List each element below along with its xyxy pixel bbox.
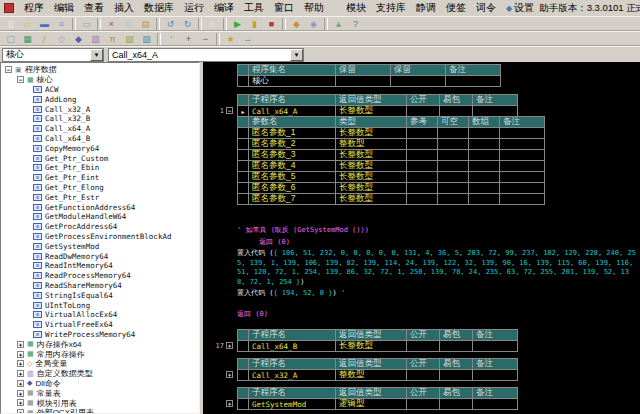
chevron-down-icon[interactable]: ▼ [290, 49, 303, 61]
table-cell[interactable] [439, 398, 473, 410]
sub-selector[interactable]: Call_x64_A ▼ [108, 48, 304, 62]
table-cell[interactable]: 匿名参数_7 [248, 193, 336, 205]
tree-sub-item[interactable]: ≡ReadShareMemory64 [3, 281, 199, 291]
code-editor[interactable]: 程序集名保留保留备注核心子程序名返回值类型公开易包备注1−▸Call_x64_A… [203, 62, 640, 414]
expand-toggle[interactable]: + [17, 370, 24, 377]
open-icon[interactable]: ▱ [19, 17, 36, 31]
table-cell[interactable]: 长整数型 [335, 193, 407, 205]
compile-icon[interactable]: ◆ [288, 17, 305, 31]
print-icon[interactable]: ▭ [78, 17, 95, 31]
tree-sub-item[interactable]: ≡UIntToLong [3, 300, 199, 310]
tree-item[interactable]: +▦模块引用表 [3, 398, 199, 408]
table-cell[interactable] [439, 369, 473, 381]
code-line[interactable]: 返回 (0) [203, 237, 640, 249]
table-cell[interactable]: 整数型 [335, 369, 407, 381]
code-text[interactable]: ' 如果真 (取反 (GetSystemMod ())) [237, 225, 640, 237]
comment-icon[interactable]: ' [163, 32, 180, 46]
tree-item[interactable]: +▥自定义数据类型 [3, 369, 199, 379]
tree-item[interactable]: +▦常用内存操作 [3, 349, 199, 359]
copy-icon[interactable]: ▣ [120, 17, 137, 31]
table-cell[interactable] [335, 75, 391, 87]
tree-sub-item[interactable]: ≡Get_Ptr_Ebin [3, 163, 199, 173]
expand-toggle[interactable]: + [17, 390, 24, 397]
code-text[interactable]: 返回 (0) [237, 309, 640, 321]
table-cell[interactable] [472, 369, 518, 381]
paste-icon[interactable]: ▤ [137, 17, 154, 31]
insert-resource-icon[interactable]: ▧ [121, 32, 138, 46]
menu-program[interactable]: 程序 [19, 0, 49, 16]
tree-sub-item[interactable]: ≡ReadDwMemory64 [3, 251, 199, 261]
table-row[interactable]: 核心 [203, 76, 640, 87]
expand-all-icon[interactable]: + [180, 32, 197, 46]
table-row[interactable]: 17+Call_x64_B长整数型 [203, 341, 640, 352]
goto-icon[interactable]: → [239, 32, 256, 46]
table-cell[interactable] [472, 340, 518, 352]
fold-toggle[interactable]: − [226, 107, 233, 114]
expand-toggle[interactable]: + [17, 399, 24, 406]
collapse-toggle[interactable]: − [17, 76, 24, 83]
tree-sub-item[interactable]: ≡VirtualAllocEx64 [3, 310, 199, 320]
code-line[interactable]: 返回 (0) [203, 309, 640, 321]
tree-sub-item[interactable]: ≡WriteProcessMemory64 [3, 330, 199, 340]
pause-icon[interactable]: ▮ [246, 17, 263, 31]
table-cell[interactable]: Call_x64_B [248, 340, 336, 352]
table-cell[interactable] [472, 398, 518, 410]
tree-sub-item[interactable]: ≡Get_Ptr_Eint [3, 173, 199, 183]
tree-sub-item[interactable]: ≡Call_x64_A [3, 124, 199, 134]
options-icon[interactable]: ▲ [330, 17, 347, 31]
expand-toggle[interactable]: + [17, 360, 24, 367]
undo-icon[interactable]: ↺ [162, 17, 179, 31]
table-cell[interactable]: 长整数型 [335, 340, 407, 352]
tree-sub-item[interactable]: ≡StringIsEqual64 [3, 290, 199, 300]
save-all-icon[interactable]: ≡ [53, 17, 70, 31]
insert-global-var-icon[interactable]: ◇ [53, 32, 70, 46]
menu-static-debug[interactable]: 静调 [411, 0, 441, 16]
menu-support-lib[interactable]: 支持库 [371, 0, 411, 16]
table-cell[interactable] [406, 369, 440, 381]
menu-tool[interactable]: 工具 [239, 0, 269, 16]
insert-dll-icon[interactable]: ◆ [70, 32, 87, 46]
table-cell[interactable] [406, 193, 438, 205]
menu-settings[interactable]: ◆设置 [501, 0, 539, 16]
save-icon[interactable]: ▬ [36, 17, 53, 31]
bookmark-icon[interactable]: ★ [222, 32, 239, 46]
code-text[interactable]: 置入代码 ({ 106, 51, 232, 0, 0, 0, 0, 0, 131… [237, 248, 640, 288]
tree-sub-item[interactable]: ≡Call_x64_B [3, 134, 199, 144]
table-cell[interactable] [445, 75, 501, 87]
tree-item[interactable]: +◆Dll命令 [3, 379, 199, 389]
menu-window[interactable]: 窗口 [269, 0, 299, 16]
tree-root[interactable]: −▣程序数据 [3, 65, 199, 75]
assembly-selector[interactable]: 核心 ▼ [2, 48, 104, 62]
help-icon[interactable]: ? [347, 17, 364, 31]
collapse-toggle[interactable]: − [5, 66, 12, 73]
tree-sub-item[interactable]: ≡GetProcessEnvironmentBlockAd [3, 232, 199, 242]
run-icon[interactable]: ▶ [229, 17, 246, 31]
fold-toggle[interactable]: + [226, 400, 233, 407]
tree-assembly-core[interactable]: −▦核心 [3, 75, 199, 85]
stop-icon[interactable]: ■ [263, 17, 280, 31]
code-text[interactable]: 置入代码 ({ 194, 52, 0 }) ' [237, 288, 640, 300]
code-text[interactable]: 返回 (0) [237, 237, 640, 249]
table-row[interactable]: +GetSystemMod逻辑型 [203, 399, 640, 410]
table-cell[interactable]: 核心 [248, 75, 336, 87]
code-line[interactable]: ' 如果真 (取反 (GetSystemMod ())) [203, 225, 640, 237]
collapse-all-icon[interactable]: − [197, 32, 214, 46]
tree-sub-item[interactable]: ≡Call_x32_B [3, 114, 199, 124]
tree-sub-item[interactable]: ≡GetFunctionAddress64 [3, 202, 199, 212]
insert-sub-icon[interactable]: ƒ [36, 32, 53, 46]
code-line[interactable]: 置入代码 ({ 194, 52, 0 }) ' [203, 288, 640, 300]
static-compile-icon[interactable]: ◈ [305, 17, 322, 31]
menu-run[interactable]: 运行 [179, 0, 209, 16]
tree-sub-item[interactable]: ≡Get_Ptr_Estr [3, 192, 199, 202]
table-row[interactable]: +Call_x32_A整数型 [203, 370, 640, 381]
insert-window-icon[interactable]: ▢ [2, 32, 19, 46]
menu-compile[interactable]: 编译 [209, 0, 239, 16]
insert-constant-icon[interactable]: π [104, 32, 121, 46]
menu-module[interactable]: 模块 [341, 0, 371, 16]
tree-sub-item[interactable]: ≡Call_x32_A [3, 104, 199, 114]
fold-toggle[interactable]: + [226, 342, 233, 349]
find-icon[interactable]: ○ [204, 17, 221, 31]
table-cell[interactable]: Call_x32_A [248, 369, 336, 381]
code-line[interactable]: 置入代码 ({ 106, 51, 232, 0, 0, 0, 0, 0, 131… [203, 248, 640, 288]
table-cell[interactable] [499, 193, 545, 205]
